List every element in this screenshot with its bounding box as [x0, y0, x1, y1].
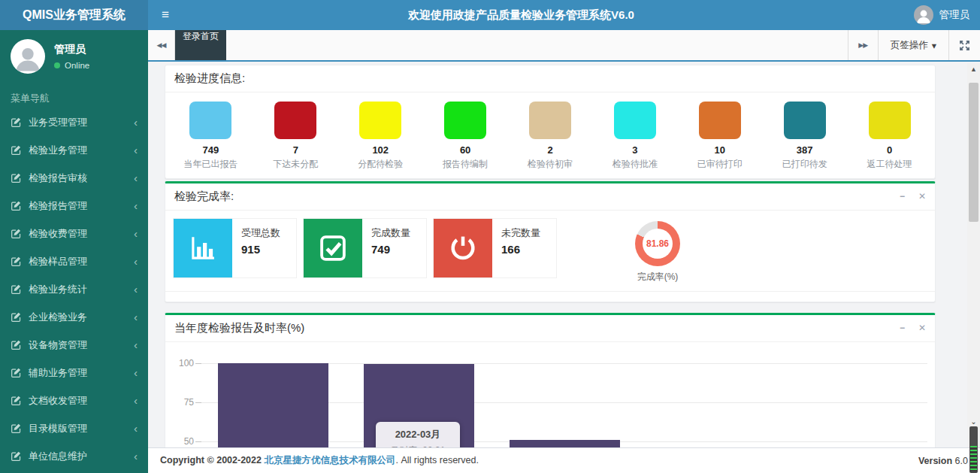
- company-link[interactable]: 北京星捷方优信息技术有限公司: [264, 455, 395, 465]
- tab-bar: ◀◀ 登录首页 ▶▶ 页签操作▾: [148, 30, 980, 62]
- progress-tile-0[interactable]: 749当年已出报告: [168, 102, 253, 171]
- progress-tile-2[interactable]: 102分配待检验: [338, 102, 423, 171]
- edit-icon: [11, 339, 22, 350]
- stat-value: 749: [371, 243, 410, 256]
- edit-icon: [11, 256, 22, 267]
- chart-panel: 当年度检验报告及时率(%) − ✕ 2022-03月 及时率: 99.31 10…: [165, 313, 936, 447]
- tabbar-spacer: [226, 30, 848, 60]
- scrollbar-thumb[interactable]: [969, 83, 978, 222]
- sidebar-item-label: 设备物资管理: [29, 338, 134, 352]
- chart-panel-title: 当年度检验报告及时率(%): [174, 321, 304, 334]
- progress-tile-1[interactable]: 7下达未分配: [253, 102, 338, 171]
- tab-home[interactable]: 登录首页: [175, 30, 226, 60]
- main-area: ◀◀ 登录首页 ▶▶ 页签操作▾ 检验进度信息: 749当年已出报告7下达未分配…: [148, 30, 980, 473]
- sidebar-user-name: 管理员: [54, 43, 89, 56]
- axis-tick-mark: [195, 402, 201, 403]
- tile-label: 报告待编制: [423, 158, 508, 171]
- gauge-value: 81.86: [643, 229, 673, 259]
- sidebar-item-11[interactable]: 目录模版管理‹: [0, 414, 148, 442]
- chevron-left-icon: ‹: [134, 395, 138, 406]
- app-brand: QMIS业务管理系统: [0, 0, 148, 30]
- tile-label: 检验待初审: [508, 158, 593, 171]
- sidebar-item-12[interactable]: 单位信息维护‹: [0, 442, 148, 470]
- collapse-icon[interactable]: −: [900, 190, 905, 203]
- sidebar-item-label: 单位信息维护: [29, 450, 134, 463]
- chevron-left-icon: ‹: [134, 283, 138, 295]
- bar-2[interactable]: [510, 440, 620, 447]
- tile-label: 分配待检验: [338, 158, 423, 171]
- tabs-scroll-left-icon[interactable]: ◀◀: [148, 30, 175, 60]
- sidebar-item-7[interactable]: 企业检验业务‹: [0, 303, 148, 331]
- tab-operations-dropdown[interactable]: 页签操作▾: [878, 30, 948, 60]
- progress-tile-8[interactable]: 0返工待处理: [847, 102, 932, 171]
- close-icon[interactable]: ✕: [918, 321, 926, 335]
- sidebar-item-0[interactable]: 业务受理管理‹: [0, 108, 148, 136]
- sidebar-item-label: 检验报告管理: [29, 199, 134, 213]
- online-dot: [54, 62, 60, 68]
- tabs-scroll-right-icon[interactable]: ▶▶: [848, 30, 878, 60]
- scroll-widget[interactable]: [969, 426, 978, 473]
- progress-panel: 检验进度信息: 749当年已出报告7下达未分配102分配待检验60报告待编制2检…: [165, 65, 936, 179]
- sidebar-item-9[interactable]: 辅助业务管理‹: [0, 359, 148, 387]
- sidebar-menu: 业务受理管理‹检验业务管理‹检验报告审核‹检验报告管理‹检验收费管理‹检验样品管…: [0, 108, 148, 470]
- chevron-left-icon: ‹: [134, 450, 138, 462]
- sidebar-item-label: 目录模版管理: [29, 422, 134, 435]
- sidebar-item-label: 检验业务管理: [29, 144, 134, 157]
- sidebar-user-panel: 管理员 Online: [0, 30, 148, 80]
- stat-value: 166: [501, 243, 540, 256]
- sidebar-item-6[interactable]: 检验业务统计‹: [0, 275, 148, 303]
- edit-icon: [11, 311, 22, 323]
- edit-icon: [11, 450, 22, 462]
- content-area: 检验进度信息: 749当年已出报告7下达未分配102分配待检验60报告待编制2检…: [148, 62, 980, 447]
- tile-value: 387: [762, 144, 847, 156]
- fullscreen-expand-icon[interactable]: [948, 30, 980, 60]
- chevron-left-icon: ‹: [134, 311, 138, 323]
- y-axis-tick: 100: [173, 358, 194, 368]
- donut-gauge: 81.86: [635, 221, 680, 266]
- chevron-left-icon: ‹: [134, 423, 138, 434]
- sidebar-item-2[interactable]: 检验报告审核‹: [0, 164, 148, 192]
- completion-panel-footer: [165, 291, 935, 302]
- completion-panel-title: 检验完成率:: [174, 190, 234, 202]
- stat-card-total: 受理总数 915: [173, 218, 297, 278]
- header-user-name: 管理员: [939, 8, 970, 22]
- progress-tile-6[interactable]: 10已审待打印: [677, 102, 762, 171]
- close-icon[interactable]: ✕: [918, 190, 926, 203]
- chevron-left-icon: ‹: [134, 117, 138, 128]
- chevron-down-icon: ⌄: [969, 419, 978, 425]
- bar-0[interactable]: [218, 363, 328, 447]
- chevron-left-icon: ‹: [134, 367, 138, 378]
- sidebar-user-status: Online: [54, 61, 89, 70]
- sidebar-item-5[interactable]: 检验样品管理‹: [0, 247, 148, 275]
- y-axis-tick: 75: [173, 397, 194, 408]
- tooltip-title: 2022-03月: [385, 428, 451, 441]
- sidebar-item-10[interactable]: 文档收发管理‹: [0, 387, 148, 414]
- stat-label: 受理总数: [241, 226, 280, 240]
- axis-tick-mark: [195, 363, 201, 364]
- sidebar-item-label: 文档收发管理: [29, 394, 134, 408]
- collapse-icon[interactable]: −: [900, 321, 905, 335]
- progress-tile-5[interactable]: 3检验待批准: [592, 102, 677, 171]
- tile-label: 已审待打印: [677, 158, 762, 171]
- progress-tile-7[interactable]: 387已打印待发: [762, 102, 847, 171]
- tile-label: 返工待处理: [847, 158, 932, 171]
- hamburger-menu-icon[interactable]: ≡: [148, 0, 183, 30]
- tile-label: 下达未分配: [253, 158, 338, 171]
- progress-tile-4[interactable]: 2检验待初审: [508, 102, 593, 171]
- vertical-scrollbar[interactable]: ▲: [967, 63, 980, 447]
- sidebar-item-4[interactable]: 检验收费管理‹: [0, 220, 148, 247]
- tile-color-swatch: [869, 102, 911, 139]
- gauge-label: 完成率(%): [635, 271, 680, 283]
- scrollbar-up-arrow-icon[interactable]: ▲: [967, 63, 980, 75]
- tile-color-swatch: [529, 102, 571, 139]
- tile-color-swatch: [444, 102, 486, 139]
- tile-label: 检验待批准: [592, 158, 677, 171]
- progress-tile-3[interactable]: 60报告待编制: [423, 102, 508, 171]
- header-user-menu[interactable]: 管理员: [914, 0, 970, 30]
- sidebar-item-label: 检验报告审核: [29, 171, 134, 185]
- sidebar-item-3[interactable]: 检验报告管理‹: [0, 192, 148, 220]
- edit-icon: [11, 395, 22, 406]
- sidebar-item-8[interactable]: 设备物资管理‹: [0, 331, 148, 359]
- sidebar-item-1[interactable]: 检验业务管理‹: [0, 136, 148, 164]
- tile-color-swatch: [274, 102, 316, 139]
